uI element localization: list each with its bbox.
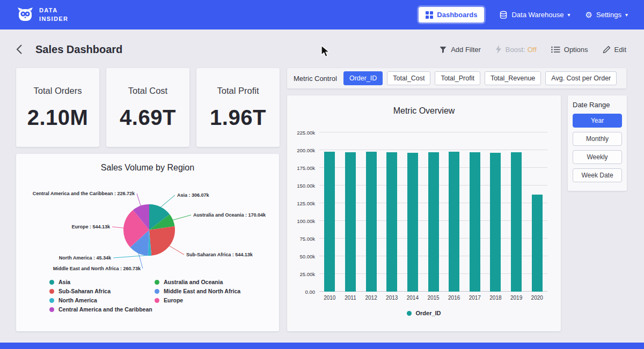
- pie-label-line: [169, 246, 184, 255]
- pie-chart-title: Sales Volume by Region: [16, 154, 279, 173]
- list-icon: [551, 46, 560, 53]
- edit-label: Edit: [614, 46, 626, 54]
- legend-label: Middle East and North Africa: [164, 288, 240, 294]
- bar-2019[interactable]: [511, 152, 522, 292]
- date-range-option-year[interactable]: Year: [573, 114, 622, 128]
- chevron-down-icon: ▾: [568, 12, 570, 18]
- pie-slice-label: North America : 45.34k: [59, 255, 112, 261]
- date-range-option-week-date[interactable]: Week Date: [573, 168, 622, 182]
- metric-overview-card: Metric Overview 0.0025.00k50.00k75.00k10…: [287, 95, 561, 331]
- gear-icon: ⚙: [586, 11, 592, 19]
- legend-item-europe: Europe: [155, 297, 240, 303]
- legend-dot: [407, 311, 412, 316]
- legend-dot: [49, 298, 54, 303]
- x-tick-label: 2015: [423, 295, 444, 301]
- metric-option-total-profit[interactable]: Total_Profit: [435, 71, 480, 85]
- back-button[interactable]: [16, 42, 30, 56]
- legend-item-australia-and-oceania: Australia and Oceania: [155, 279, 240, 285]
- bar-2016[interactable]: [449, 152, 459, 292]
- bar-slot: [402, 132, 423, 292]
- legend-label: Asia: [58, 279, 70, 285]
- date-range-option-weekly[interactable]: Weekly: [573, 150, 622, 164]
- bar-slot: [526, 132, 547, 292]
- bar-slot: [340, 132, 361, 292]
- x-tick-label: 2014: [402, 295, 423, 301]
- header-actions: Add Filter Boost: Off Options: [439, 45, 626, 54]
- x-tick-label: 2020: [526, 295, 547, 301]
- pie-slice-label: Central America and the Caribbean : 226.…: [33, 191, 135, 196]
- owl-icon: [16, 6, 34, 24]
- nav-menu: Dashboards Data Warehouse ▾ ⚙ Settings ▾: [419, 7, 628, 23]
- metric-option-order-id[interactable]: Order_ID: [343, 71, 383, 85]
- bar-2014[interactable]: [407, 153, 418, 292]
- bar-2013[interactable]: [386, 152, 397, 292]
- metric-option-total-revenue[interactable]: Total_Revenue: [485, 71, 541, 85]
- date-range-panel: Date Range YearMonthlyWeeklyWeek Date: [568, 95, 627, 191]
- legend-label: North America: [58, 297, 97, 303]
- x-tick-label: 2011: [340, 295, 361, 301]
- dashboards-button[interactable]: Dashboards: [419, 7, 484, 23]
- logo-line1: DATA: [39, 6, 68, 14]
- bar-slot: [319, 132, 340, 292]
- legend-label: Order_ID: [415, 310, 441, 316]
- metric-option-total-cost[interactable]: Total_Cost: [387, 71, 430, 85]
- bar-chart-plot: 0.0025.00k50.00k75.00k100.00k125.00k150.…: [319, 132, 547, 292]
- kpi-label: Total Cost: [128, 86, 167, 96]
- options-button[interactable]: Options: [551, 46, 588, 54]
- legend-dot: [155, 280, 159, 285]
- bar-2012[interactable]: [366, 152, 377, 292]
- bar-slot: [361, 132, 382, 292]
- data-warehouse-label: Data Warehouse: [511, 11, 564, 19]
- top-navbar: DATA INSIDER Dashboards D: [0, 0, 644, 29]
- date-range-option-monthly[interactable]: Monthly: [573, 132, 622, 146]
- legend-label: Australia and Oceania: [164, 279, 223, 285]
- pie-slice-label: Middle East and North Africa : 260.73k: [53, 266, 141, 271]
- pie-legend-column: AsiaSub-Saharan AfricaNorth AmericaCentr…: [49, 279, 155, 313]
- chevron-left-icon: [16, 44, 22, 54]
- kpi-value: 1.96T: [210, 106, 266, 130]
- pie-label-line: [112, 227, 124, 228]
- y-tick-label: 100.00k: [288, 218, 315, 224]
- page-title: Sales Dashboard: [35, 43, 122, 56]
- bar-2015[interactable]: [428, 152, 439, 292]
- edit-button[interactable]: Edit: [603, 46, 626, 54]
- date-range-label: Date Range: [573, 101, 622, 109]
- metric-control-bar: Metric Control Order_IDTotal_CostTotal_P…: [287, 68, 626, 88]
- pie-chart: Asia : 306.07kAustralia and Oceania : 17…: [16, 176, 279, 271]
- x-tick-label: 2017: [464, 295, 485, 301]
- pie-chart-legend: AsiaSub-Saharan AfricaNorth AmericaCentr…: [16, 279, 279, 313]
- bar-2018[interactable]: [490, 153, 501, 292]
- pie-label-line: [113, 255, 150, 258]
- metric-control-label: Metric Control: [294, 75, 337, 83]
- bar-2010[interactable]: [324, 152, 335, 292]
- metric-option-avg-cost-per-order[interactable]: Avg. Cost per Order: [545, 71, 617, 85]
- settings-menu[interactable]: ⚙ Settings ▾: [586, 11, 628, 19]
- bar-2017[interactable]: [470, 152, 480, 292]
- legend-item-north-america: North America: [49, 297, 155, 303]
- boost-toggle[interactable]: Boost: Off: [495, 45, 537, 54]
- x-tick-label: 2012: [361, 295, 382, 301]
- legend-dot: [49, 280, 54, 285]
- y-tick-label: 200.00k: [288, 147, 315, 153]
- x-tick-label: 2010: [319, 295, 340, 301]
- y-tick-label: 225.00k: [288, 130, 315, 136]
- boost-state: Off: [528, 46, 537, 54]
- add-filter-button[interactable]: Add Filter: [439, 46, 481, 54]
- data-warehouse-menu[interactable]: Data Warehouse ▾: [499, 11, 570, 19]
- bar-2011[interactable]: [345, 152, 356, 292]
- x-tick-label: 2019: [506, 295, 527, 301]
- bar-slot: [506, 132, 527, 292]
- x-tick-label: 2013: [382, 295, 402, 301]
- kpi-card-total-orders: Total Orders 2.10M: [16, 68, 99, 147]
- bottom-bar: [0, 343, 644, 349]
- y-tick-label: 75.00k: [288, 236, 315, 242]
- database-icon: [499, 11, 508, 19]
- pie-slice-sub-saharan-africa[interactable]: [149, 226, 175, 256]
- pie-slice-label: Sub-Saharan Africa : 544.13k: [186, 252, 253, 257]
- mouse-cursor: [321, 45, 333, 58]
- bar-chart-title: Metric Overview: [287, 95, 561, 116]
- bar-chart-x-axis: 2010201120122013201420152016201720182019…: [319, 295, 547, 301]
- bar-slot: [444, 132, 465, 292]
- kpi-value: 2.10M: [27, 106, 89, 130]
- bar-2020[interactable]: [532, 195, 543, 292]
